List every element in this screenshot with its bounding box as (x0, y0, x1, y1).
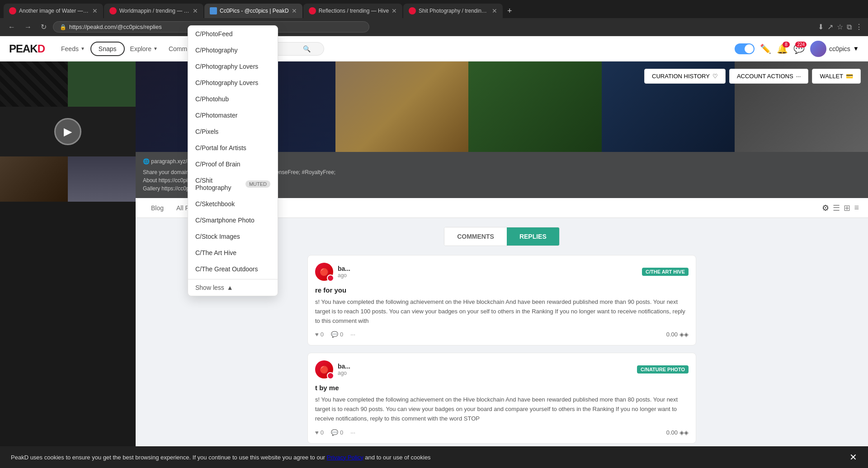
feeds-nav[interactable]: Feeds ▼ (56, 36, 90, 61)
refresh-button[interactable]: ↻ (38, 22, 49, 32)
dropdown-item-photohub[interactable]: C/Photohub (188, 91, 278, 107)
dropdown-item-proof-of-brain[interactable]: C/Proof of Brain (188, 156, 278, 172)
cookie-close-button[interactable]: ✕ (849, 452, 857, 463)
cookie-text: PeakD uses cookies to ensure you get the… (11, 454, 431, 461)
dropdown-scroll[interactable]: C/PhotoFeed C/Photography C/Photography … (188, 26, 278, 279)
tab-close-4[interactable]: ✕ (392, 7, 397, 14)
new-tab-button[interactable]: + (504, 6, 516, 16)
dropdown-item-photofeed[interactable]: C/PhotoFeed (188, 26, 278, 42)
dropdown-item-photography-lovers-1[interactable]: C/Photography Lovers (188, 58, 278, 75)
tab-favicon-5 (409, 7, 416, 14)
wallet-label: WALLET (820, 73, 843, 80)
back-button[interactable]: ← (5, 22, 18, 32)
notification-badge-2: 224 (795, 42, 807, 47)
comment-count-2: 0 (340, 429, 343, 436)
tab-close-2[interactable]: ✕ (193, 7, 198, 14)
tab-3[interactable]: Cc0Pics - @cc0pics | PeakD ✕ (204, 4, 302, 18)
comments-tabs: COMMENTS REPLIES (444, 227, 560, 246)
dropdown-label-smartphone: C/Smartphone Photo (195, 217, 255, 224)
extensions-icon[interactable]: ⧉ (847, 23, 852, 31)
tab-close-5[interactable]: ✕ (492, 7, 497, 14)
more-action-2[interactable]: ··· (350, 429, 355, 436)
dropdown-item-stock-images[interactable]: C/Stock Images (188, 228, 278, 245)
dropdown-item-pixels[interactable]: C/Pixels (188, 123, 278, 140)
dropdown-item-photography-lovers-2[interactable]: C/Photography Lovers (188, 75, 278, 91)
sub-nav-blog[interactable]: Blog (145, 198, 170, 218)
dropdown-item-portal[interactable]: C/Portal for Artists (188, 140, 278, 156)
avatar-button[interactable]: cc0pics ▼ (810, 41, 859, 57)
profile-circle: ▶ (54, 118, 81, 145)
comment-action-2[interactable]: 💬 0 (331, 429, 343, 436)
like-action-1[interactable]: ♥ 0 (315, 331, 324, 338)
messages-button[interactable]: 💬 224 (793, 43, 805, 54)
dropdown-label-proof-of-brain: C/Proof of Brain (195, 161, 241, 168)
tab-close-3[interactable]: ✕ (292, 7, 297, 14)
comment-action-1[interactable]: 💬 0 (331, 331, 343, 338)
url-text: https://peakd.com/@cc0pics/replies (69, 24, 162, 30)
author-name-2: ba... (338, 363, 350, 370)
dropdown-item-shit-photography[interactable]: C/Shit Photography MUTED (188, 172, 278, 196)
comment-value-1: 0.00 ◈◈ (666, 331, 689, 338)
forward-button[interactable]: → (22, 22, 34, 32)
dropdown-item-sketchbook[interactable]: C/Sketchbook (188, 196, 278, 212)
comment-actions-1: ♥ 0 💬 0 ··· (315, 331, 355, 338)
explore-nav[interactable]: Explore ▼ (125, 36, 163, 61)
dropdown-footer[interactable]: Show less ▲ (188, 279, 278, 296)
like-action-2[interactable]: ♥ 0 (315, 429, 324, 436)
snaps-nav[interactable]: Snaps (90, 42, 125, 56)
replies-tab[interactable]: REPLIES (507, 227, 559, 246)
curation-history-label: CURATION HISTORY (652, 73, 710, 80)
bookmark-icon[interactable]: ☆ (837, 23, 843, 31)
tab-label-1: Another image of Water — Hive (19, 8, 90, 14)
tab-label-5: Shit Photography / trending — ... (419, 8, 489, 14)
muted-badge-shit-photography: MUTED (245, 180, 270, 188)
dropdown-label-stock-images: C/Stock Images (195, 233, 240, 240)
like-count-2: 0 (321, 429, 324, 436)
grid-view-button[interactable]: ⊞ (844, 203, 850, 213)
dropdown-label-photography-lovers-2: C/Photography Lovers (195, 79, 258, 86)
dropdown-item-great-outdoors[interactable]: C/The Great Outdoors (188, 261, 278, 277)
author-name-1: ba... (338, 265, 350, 272)
curation-history-button[interactable]: CURATION HISTORY ♡ (644, 69, 726, 84)
tab-5[interactable]: Shit Photography / trending — ... ✕ (403, 4, 503, 18)
privacy-policy-link[interactable]: Privacy Policy (327, 454, 363, 461)
tab-2[interactable]: Worldmappin / trending — Hive ✕ (104, 4, 203, 18)
tab-1[interactable]: Another image of Water — Hive ✕ (4, 4, 103, 18)
show-less-label: Show less (195, 284, 224, 291)
comment-count-1: 0 (340, 331, 343, 338)
wallet-button[interactable]: WALLET 💳 (812, 69, 861, 84)
theme-toggle[interactable] (735, 43, 755, 54)
communities-dropdown: C/PhotoFeed C/Photography C/Photography … (188, 25, 278, 296)
share-icon[interactable]: ↗ (827, 23, 833, 31)
heart-icon: ♡ (712, 73, 718, 80)
dropdown-item-photomaster[interactable]: C/Photomaster (188, 107, 278, 123)
tab-label-4: Reflections / trending — Hive (319, 8, 389, 14)
community-tag-2[interactable]: C/NATURE PHOTO (637, 365, 689, 373)
logo[interactable]: PEAKD (9, 43, 45, 55)
tab-4[interactable]: Reflections / trending — Hive ✕ (303, 4, 402, 18)
list-view-button[interactable]: ☰ (833, 203, 840, 213)
cover-image-2 (68, 61, 136, 107)
lock-icon: 🔒 (60, 24, 66, 30)
avatar-chevron: ▼ (853, 45, 859, 52)
comments-tab[interactable]: COMMENTS (444, 227, 507, 246)
community-tag-1[interactable]: C/THE ART HIVE (642, 268, 689, 276)
menu-icon[interactable]: ⋮ (855, 23, 863, 31)
header-image-2 (335, 61, 469, 152)
edit-button[interactable]: ✏️ (760, 43, 771, 54)
dropdown-item-art-hive[interactable]: C/The Art Hive (188, 245, 278, 261)
detail-view-button[interactable]: ≡ (854, 203, 859, 213)
tab-close-1[interactable]: ✕ (92, 7, 98, 14)
comment-body-2: s! You have completed the following achi… (315, 395, 689, 423)
dropdown-item-photography[interactable]: C/Photography (188, 42, 278, 58)
filter-button[interactable]: ⚙ (822, 203, 829, 213)
avatar-image (810, 41, 826, 57)
more-action-1[interactable]: ··· (350, 331, 355, 338)
dropdown-item-smartphone[interactable]: C/Smartphone Photo (188, 212, 278, 228)
cover-image-4 (0, 156, 68, 202)
heart-icon-2: ♥ (315, 429, 319, 436)
download-icon[interactable]: ⬇ (818, 23, 824, 31)
chevron-up-icon: ▲ (227, 284, 233, 291)
account-actions-button[interactable]: ACCOUNT ACTIONS ··· (729, 69, 809, 84)
notifications-button[interactable]: 🔔 8 (777, 43, 788, 54)
